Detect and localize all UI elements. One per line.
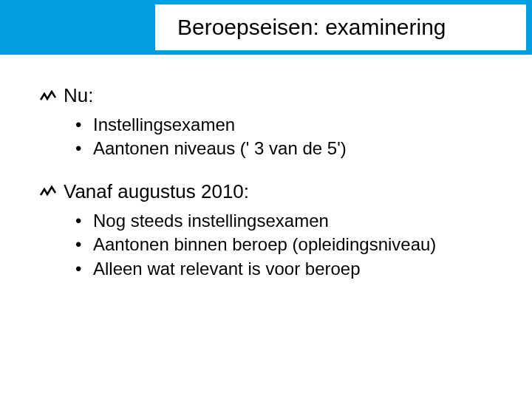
header-bar: Beroepseisen: examinering — [0, 0, 532, 55]
section-heading-1-text: Nu: — [64, 84, 93, 107]
list-item: Nog steeds instellingsexamen — [75, 209, 502, 233]
bullet-squiggle-icon — [40, 89, 56, 103]
list-item: Aantonen binnen beroep (opleidingsniveau… — [75, 233, 502, 256]
section-1-list: Instellingsexamen Aantonen niveaus (' 3 … — [75, 113, 502, 161]
list-item: Aantonen niveaus (' 3 van de 5') — [75, 137, 502, 160]
slide-title: Beroepseisen: examinering — [177, 15, 446, 40]
bullet-squiggle-icon — [40, 185, 56, 198]
section-heading-1: Nu: — [40, 84, 502, 107]
list-item: Instellingsexamen — [75, 113, 502, 137]
section-2-list: Nog steeds instellingsexamen Aantonen bi… — [75, 209, 502, 281]
section-heading-2: Vanaf augustus 2010: — [40, 180, 502, 203]
slide-content: Nu: Instellingsexamen Aantonen niveaus (… — [0, 55, 532, 281]
section-heading-2-text: Vanaf augustus 2010: — [64, 180, 249, 203]
title-box: Beroepseisen: examinering — [155, 4, 526, 50]
list-item: Alleen wat relevant is voor beroep — [75, 257, 502, 281]
